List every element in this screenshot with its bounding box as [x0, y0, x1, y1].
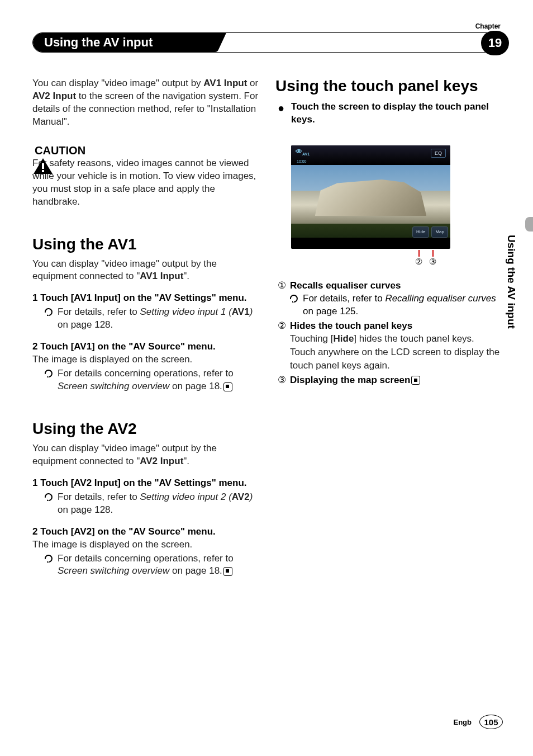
caution-block: CAUTION For safety reasons, video images…	[32, 144, 259, 209]
header-capsule: Using the AV input 19	[32, 32, 506, 53]
reference-arrow-icon	[45, 493, 53, 517]
callout-3: ③	[429, 250, 436, 267]
touch-instruction: ● Touch the screen to display the touch …	[275, 101, 502, 126]
side-tab-nub	[525, 217, 533, 231]
av1-step1-reference: For details, refer to Setting video inpu…	[45, 306, 259, 332]
time-label: 10:00	[297, 159, 307, 163]
callout-legend: ① Recalls equaliser curves For details, …	[275, 279, 502, 387]
av1-description: You can display "video image" output by …	[32, 258, 259, 284]
intro-paragraph: You can display "video image" output by …	[32, 77, 259, 129]
side-tab-label: Using the AV input	[505, 235, 517, 329]
eq-button[interactable]: EQ	[431, 149, 446, 158]
reference-arrow-icon	[45, 308, 53, 332]
bullet-icon: ●	[278, 101, 284, 126]
av2-step1-reference: For details, refer to Setting video inpu…	[45, 491, 259, 517]
callout-bottom-row: ② ③	[291, 250, 502, 267]
legend-2-title: Hides the touch panel keys	[290, 319, 502, 333]
av2-description: You can display "video image" output by …	[32, 442, 259, 468]
reference-arrow-icon	[290, 294, 298, 318]
av2-step2-reference: For details concerning operations, refer…	[45, 552, 259, 578]
end-mark-icon	[411, 376, 420, 385]
device-screenshot-block: ① 👁AV1 10:00 EQ Hide Map	[275, 145, 502, 267]
mountain-graphic	[315, 179, 427, 216]
screen-topbar: 👁AV1 10:00 EQ	[291, 145, 450, 165]
content-area: You can display "video image" output by …	[32, 77, 502, 578]
legend-3-title: Displaying the map screen	[290, 375, 410, 385]
legend-item-1: ① Recalls equaliser curves For details, …	[275, 279, 502, 318]
footer-page-number: 105	[479, 715, 503, 729]
footer-language: Engb	[454, 718, 472, 726]
device-screen: 👁AV1 10:00 EQ Hide Map	[291, 145, 450, 249]
av1-step1: 1 Touch [AV1 Input] on the "AV Settings"…	[32, 292, 259, 305]
av1-step2-body: The image is displayed on the screen.	[32, 353, 259, 366]
footer: Engb 105	[454, 715, 503, 729]
video-image: Hide Map	[291, 165, 450, 238]
touch-heading: Using the touch panel keys	[275, 77, 502, 95]
right-column: Using the touch panel keys ● Touch the s…	[275, 77, 502, 578]
av2-heading: Using the AV2	[32, 420, 259, 438]
chapter-label: Chapter	[475, 22, 501, 30]
header-bar: Using the AV input 19	[32, 32, 506, 53]
caution-heading: CAUTION	[32, 144, 259, 157]
legend-item-3: ③ Displaying the map screen	[275, 374, 502, 387]
end-mark-icon	[223, 382, 232, 391]
caution-text-label: CAUTION	[35, 144, 85, 157]
legend-1-title: Recalls equaliser curves	[290, 279, 502, 292]
av1-step2-reference: For details concerning operations, refer…	[45, 367, 259, 393]
end-mark-icon	[223, 567, 232, 576]
av-source-icon: 👁AV1	[296, 148, 310, 156]
svg-rect-1	[42, 170, 44, 172]
legend-item-2: ② Hides the touch panel keys Touching [H…	[275, 319, 502, 372]
screen-bottombar: Hide Map	[412, 226, 450, 238]
av1-heading: Using the AV1	[32, 235, 259, 253]
legend-2-body: Touching [Hide] hides the touch panel ke…	[290, 332, 502, 372]
av2-step2: 2 Touch [AV2] on the "AV Source" menu.	[32, 526, 259, 538]
av2-step2-body: The image is displayed on the screen.	[32, 538, 259, 551]
caution-body: For safety reasons, video images cannot …	[32, 157, 259, 209]
reference-arrow-icon	[45, 369, 53, 393]
svg-rect-0	[42, 163, 44, 169]
reference-arrow-icon	[45, 554, 53, 578]
map-button[interactable]: Map	[431, 226, 448, 238]
hide-button[interactable]: Hide	[412, 226, 429, 238]
page-title: Using the AV input	[33, 33, 214, 52]
legend-1-reference: For details, refer to Recalling equalise…	[290, 292, 502, 318]
av1-step2: 2 Touch [AV1] on the "AV Source" menu.	[32, 341, 259, 353]
left-column: You can display "video image" output by …	[32, 77, 259, 578]
chapter-number-badge: 19	[481, 31, 509, 55]
callout-2: ②	[415, 250, 422, 267]
av2-step1: 1 Touch [AV2 Input] on the "AV Settings"…	[32, 477, 259, 490]
